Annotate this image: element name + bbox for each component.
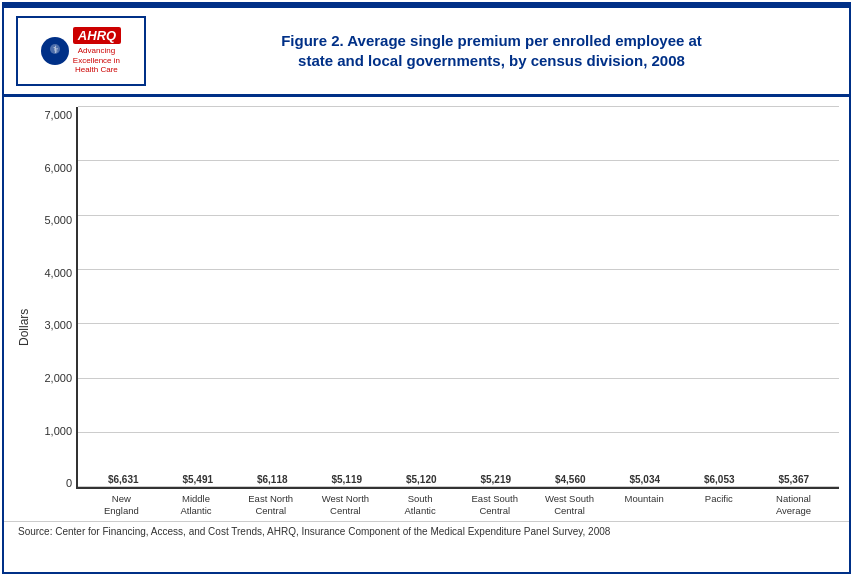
bar-group: $4,560 <box>539 474 601 487</box>
chart-area: Dollars 01,0002,0003,0004,0005,0006,0007… <box>4 97 849 517</box>
y-tick: 3,000 <box>34 319 72 331</box>
bar-value-label: $6,631 <box>108 474 139 485</box>
bar-group: $5,219 <box>465 474 527 487</box>
x-label: MiddleAtlantic <box>165 493 227 517</box>
y-tick: 6,000 <box>34 162 72 174</box>
bar-group: $5,491 <box>167 474 229 487</box>
bar-group: $5,034 <box>614 474 676 487</box>
bar-value-label: $5,367 <box>778 474 809 485</box>
bar-group: $6,631 <box>92 474 154 487</box>
logo-inner: ⚕ AHRQ AdvancingExcellence inHealth Care <box>22 27 140 75</box>
bar-group: $6,053 <box>688 474 750 487</box>
bar-group: $5,119 <box>316 474 378 487</box>
x-label: East NorthCentral <box>240 493 302 517</box>
logo-box: ⚕ AHRQ AdvancingExcellence inHealth Care <box>16 16 146 86</box>
x-label: NationalAverage <box>763 493 825 517</box>
x-label: West SouthCentral <box>538 493 600 517</box>
bar-value-label: $6,118 <box>257 474 288 485</box>
bar-group: $5,120 <box>390 474 452 487</box>
y-tick: 1,000 <box>34 425 72 437</box>
bar-value-label: $5,120 <box>406 474 437 485</box>
bar-value-label: $5,491 <box>182 474 213 485</box>
grid-container: 01,0002,0003,0004,0005,0006,0007,000 $6,… <box>34 107 839 489</box>
outer-border: ⚕ AHRQ AdvancingExcellence inHealth Care… <box>2 2 851 574</box>
y-tick: 5,000 <box>34 214 72 226</box>
y-ticks: 01,0002,0003,0004,0005,0006,0007,000 <box>34 107 76 489</box>
y-axis-label: Dollars <box>14 107 34 517</box>
bar-value-label: $4,560 <box>555 474 586 485</box>
svg-text:⚕: ⚕ <box>52 44 57 55</box>
hhs-eagle-icon: ⚕ <box>41 37 69 65</box>
x-label: SouthAtlantic <box>389 493 451 517</box>
x-label: East SouthCentral <box>464 493 526 517</box>
bar-value-label: $6,053 <box>704 474 735 485</box>
bar-value-label: $5,119 <box>331 474 362 485</box>
bars-area: $6,631$5,491$6,118$5,119$5,120$5,219$4,5… <box>76 107 839 489</box>
x-label: Pacific <box>688 493 750 517</box>
y-tick: 7,000 <box>34 109 72 121</box>
x-labels: NewEnglandMiddleAtlanticEast NorthCentra… <box>76 489 839 517</box>
bar-value-label: $5,034 <box>629 474 660 485</box>
ahrq-badge: AHRQ <box>73 27 121 44</box>
chart-title: Figure 2. Average single premium per enr… <box>146 31 837 72</box>
bars-row: $6,631$5,491$6,118$5,119$5,120$5,219$4,5… <box>78 107 839 487</box>
hhs-logo: ⚕ AHRQ AdvancingExcellence inHealth Care <box>41 27 121 75</box>
bar-group: $5,367 <box>763 474 825 487</box>
bar-value-label: $5,219 <box>480 474 511 485</box>
x-label: Mountain <box>613 493 675 517</box>
ahrq-subtitle: AdvancingExcellence inHealth Care <box>73 46 120 75</box>
y-tick: 4,000 <box>34 267 72 279</box>
y-tick: 0 <box>34 477 72 489</box>
header: ⚕ AHRQ AdvancingExcellence inHealth Care… <box>4 8 849 97</box>
x-label: NewEngland <box>90 493 152 517</box>
x-label: West NorthCentral <box>314 493 376 517</box>
y-tick: 2,000 <box>34 372 72 384</box>
chart-inner: 01,0002,0003,0004,0005,0006,0007,000 $6,… <box>34 107 839 517</box>
source-text: Source: Center for Financing, Access, an… <box>4 521 849 543</box>
bar-group: $6,118 <box>241 474 303 487</box>
